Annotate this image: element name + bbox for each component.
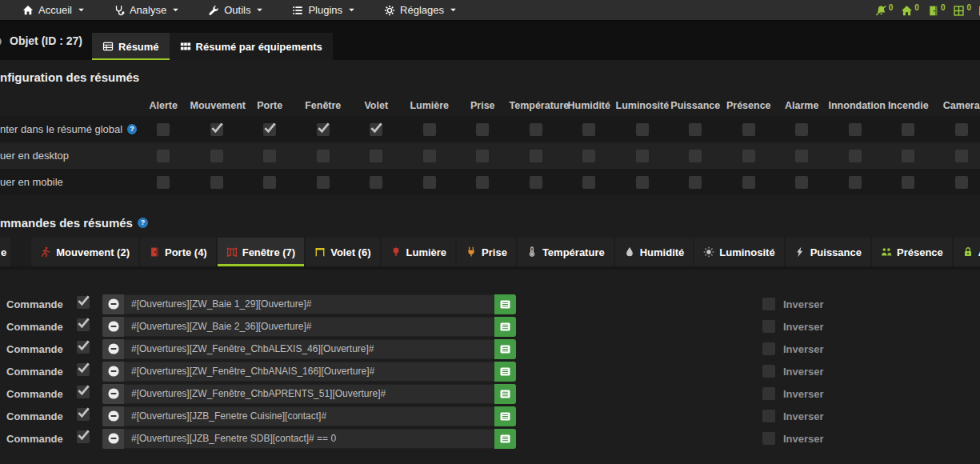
remove-command-button[interactable]: [102, 339, 124, 359]
checkbox-mobile-prise[interactable]: [476, 176, 489, 189]
checkbox-mobile-alerte[interactable]: [157, 176, 170, 189]
tab-alerte-partial[interactable]: e: [0, 238, 10, 266]
checkbox-mobile-volet[interactable]: [370, 176, 382, 189]
invert-checkbox[interactable]: [762, 320, 775, 333]
command-enabled-checkbox[interactable]: [77, 430, 90, 443]
checkbox-global-innondation[interactable]: [849, 123, 862, 136]
remove-command-button[interactable]: [102, 294, 124, 314]
checkbox-global-fenetre[interactable]: [317, 123, 330, 136]
command-value-input[interactable]: [124, 406, 494, 426]
checkbox-mobile-humidite[interactable]: [582, 176, 595, 189]
checkbox-mobile-puissance[interactable]: [689, 176, 702, 189]
command-enabled-checkbox[interactable]: [77, 386, 90, 398]
command-enabled-checkbox[interactable]: [77, 363, 90, 376]
select-command-button[interactable]: [494, 317, 516, 337]
command-value-input[interactable]: [124, 384, 494, 404]
checkbox-desktop-porte[interactable]: [263, 150, 276, 162]
checkbox-global-presence[interactable]: [742, 123, 755, 136]
tab-fenetre[interactable]: Fenêtre (7): [218, 238, 304, 266]
tab-volet[interactable]: Volet (6): [306, 238, 379, 266]
checkbox-desktop-temperature[interactable]: [530, 150, 542, 162]
checkbox-global-luminosite[interactable]: [636, 123, 649, 136]
checkbox-global-prise[interactable]: [476, 123, 489, 136]
command-enabled-checkbox[interactable]: [77, 318, 90, 331]
checkbox-desktop-camera[interactable]: [955, 150, 968, 162]
checkbox-desktop-lumiere[interactable]: [423, 150, 436, 162]
command-enabled-checkbox[interactable]: [77, 296, 90, 309]
checkbox-mobile-fenetre[interactable]: [317, 176, 330, 189]
invert-checkbox[interactable]: [762, 387, 775, 400]
tab-resume-equipements[interactable]: Résumé par équipements: [170, 33, 333, 60]
remove-command-button[interactable]: [102, 384, 124, 404]
checkbox-mobile-porte[interactable]: [263, 176, 276, 189]
tab-resume[interactable]: Résumé: [92, 33, 170, 60]
invert-checkbox[interactable]: [762, 410, 775, 422]
checkbox-global-temperature[interactable]: [530, 123, 542, 136]
select-command-button[interactable]: [494, 429, 516, 449]
checkbox-desktop-mouvement[interactable]: [210, 150, 223, 162]
tab-porte[interactable]: Porte (4): [140, 238, 216, 266]
command-enabled-checkbox[interactable]: [77, 408, 90, 421]
checkbox-mobile-innondation[interactable]: [849, 176, 862, 189]
checkbox-global-camera[interactable]: [955, 123, 968, 136]
command-enabled-checkbox[interactable]: [77, 341, 90, 354]
summary-indicator-home[interactable]: 0: [901, 3, 919, 17]
checkbox-global-alerte[interactable]: [157, 123, 170, 136]
checkbox-global-alarme[interactable]: [795, 123, 808, 136]
checkbox-mobile-alarme[interactable]: [795, 176, 808, 189]
select-command-button[interactable]: [494, 384, 516, 404]
command-value-input[interactable]: [124, 339, 494, 359]
remove-command-button[interactable]: [102, 362, 124, 382]
select-command-button[interactable]: [494, 362, 516, 382]
tab-mouvement[interactable]: Mouvement (2): [31, 238, 138, 266]
summary-indicator-window[interactable]: 0: [953, 3, 971, 17]
checkbox-desktop-puissance[interactable]: [689, 150, 702, 162]
object-selector[interactable]: Objet (ID : 27): [0, 22, 92, 60]
checkbox-desktop-fenetre[interactable]: [317, 150, 330, 162]
tab-humidite[interactable]: Humidité: [615, 238, 694, 266]
checkbox-mobile-incendie[interactable]: [902, 176, 914, 189]
checkbox-desktop-presence[interactable]: [742, 150, 755, 162]
checkbox-mobile-lumiere[interactable]: [423, 176, 436, 189]
checkbox-global-porte[interactable]: [263, 123, 276, 136]
checkbox-global-incendie[interactable]: [902, 123, 914, 136]
nav-item-reglages[interactable]: Réglages: [384, 4, 457, 16]
checkbox-desktop-luminosite[interactable]: [636, 150, 649, 162]
tab-presence[interactable]: Présence: [872, 238, 952, 266]
nav-item-plugins[interactable]: Plugins: [292, 4, 355, 16]
summary-indicator-door[interactable]: 0: [927, 3, 946, 17]
nav-item-outils[interactable]: Outils: [208, 4, 263, 16]
checkbox-desktop-incendie[interactable]: [902, 150, 914, 162]
checkbox-global-mouvement[interactable]: [210, 123, 223, 136]
command-value-input[interactable]: [124, 294, 494, 314]
checkbox-desktop-volet[interactable]: [370, 150, 382, 162]
command-value-input[interactable]: [124, 362, 494, 382]
summary-indicator-alert[interactable]: 0: [875, 3, 894, 17]
checkbox-desktop-humidite[interactable]: [582, 150, 595, 162]
remove-command-button[interactable]: [102, 317, 124, 337]
checkbox-global-humidite[interactable]: [582, 123, 595, 136]
select-command-button[interactable]: [494, 339, 516, 359]
checkbox-global-puissance[interactable]: [689, 123, 702, 136]
select-command-button[interactable]: [494, 406, 516, 426]
help-icon[interactable]: [138, 218, 148, 228]
help-icon[interactable]: [127, 124, 137, 134]
remove-command-button[interactable]: [102, 406, 124, 426]
checkbox-desktop-innondation[interactable]: [849, 150, 862, 162]
invert-checkbox[interactable]: [762, 432, 775, 445]
checkbox-mobile-presence[interactable]: [742, 176, 755, 189]
nav-item-accueil[interactable]: Accueil: [22, 4, 85, 16]
tab-puissance[interactable]: Puissance: [786, 238, 870, 266]
checkbox-global-lumiere[interactable]: [423, 123, 436, 136]
invert-checkbox[interactable]: [762, 365, 775, 378]
tab-luminosite[interactable]: Luminosité: [694, 238, 783, 266]
tab-alarme[interactable]: Alarme: [954, 238, 980, 266]
select-command-button[interactable]: [494, 294, 516, 314]
command-value-input[interactable]: [124, 429, 494, 449]
nav-item-analyse[interactable]: Analyse: [114, 4, 179, 16]
tab-temperature[interactable]: Température: [518, 238, 614, 266]
tab-prise[interactable]: Prise: [457, 238, 516, 266]
checkbox-mobile-mouvement[interactable]: [210, 176, 223, 189]
checkbox-desktop-prise[interactable]: [476, 150, 489, 162]
invert-checkbox[interactable]: [762, 298, 775, 310]
